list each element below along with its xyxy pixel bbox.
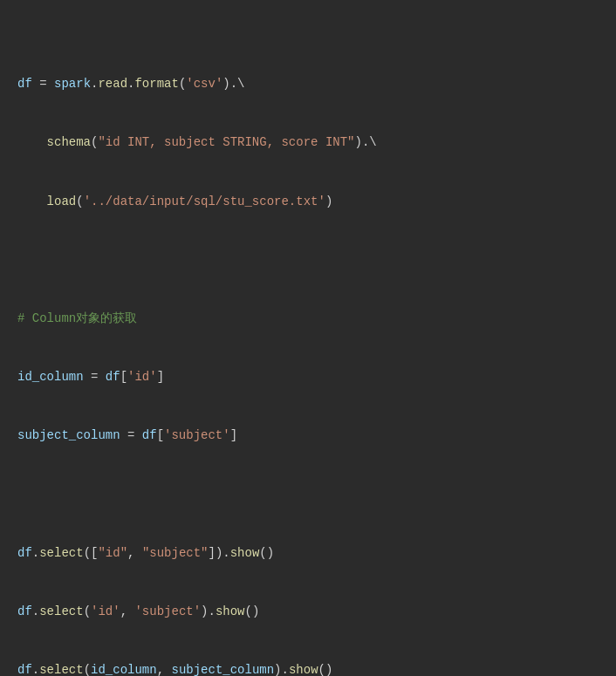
line-5: # Column对象的获取 bbox=[17, 309, 599, 328]
line-8 bbox=[17, 484, 599, 503]
line-1: df = spark.read.format('csv').\ bbox=[17, 74, 599, 93]
line-11: df.select(id_column, subject_column).sho… bbox=[17, 660, 599, 676]
code-editor: df = spark.read.format('csv').\ schema("… bbox=[0, 0, 616, 676]
line-2: schema("id INT, subject STRING, score IN… bbox=[17, 133, 599, 152]
line-10: df.select('id', 'subject').show() bbox=[17, 602, 599, 621]
line-7: subject_column = df['subject'] bbox=[17, 426, 599, 445]
line-3: load('../data/input/sql/stu_score.txt') bbox=[17, 192, 599, 211]
line-6: id_column = df['id'] bbox=[17, 367, 599, 386]
code-content: df = spark.read.format('csv').\ schema("… bbox=[17, 16, 599, 676]
line-4 bbox=[17, 250, 599, 270]
line-9: df.select(["id", "subject"]).show() bbox=[17, 543, 599, 563]
